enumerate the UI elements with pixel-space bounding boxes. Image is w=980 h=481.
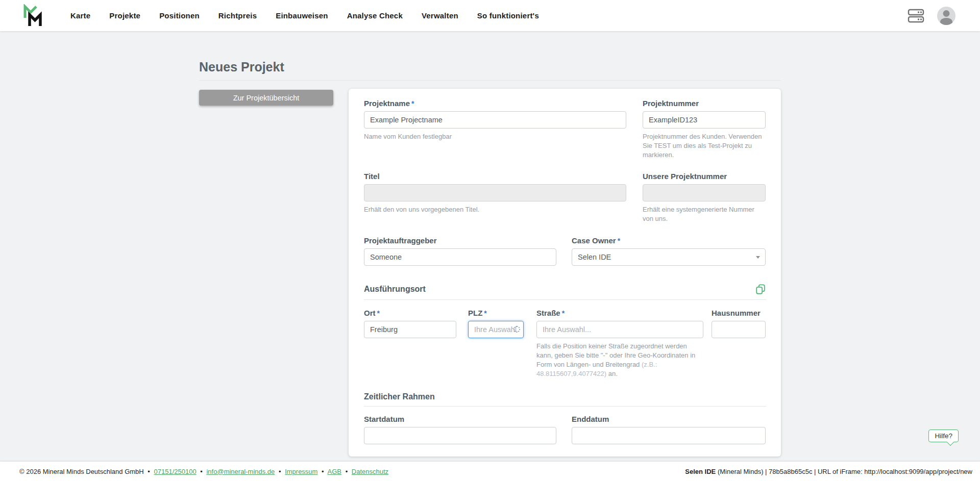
strasse-input[interactable]: [536, 321, 703, 338]
mineral-minds-logo-icon[interactable]: [22, 4, 44, 28]
footer-agb-link[interactable]: AGB: [328, 468, 341, 475]
required-asterisk: *: [562, 309, 565, 317]
help-bubble[interactable]: Hilfe?: [928, 429, 959, 442]
nav-item-karte[interactable]: Karte: [70, 11, 90, 20]
required-asterisk: *: [618, 237, 620, 245]
section-title-zeitlicher-rahmen: Zeitlicher Rahmen: [364, 392, 435, 401]
help-bubble-tail: [947, 439, 954, 446]
nav-item-einbauweisen[interactable]: Einbauweisen: [276, 11, 328, 20]
plz-label: PLZ*: [468, 309, 524, 318]
loading-spinner-icon: [513, 326, 520, 333]
nav-item-richtpreis[interactable]: Richtpreis: [218, 11, 257, 20]
footer-session-details: (Mineral Minds) | 78b5a8b65c5c | URL of …: [718, 468, 972, 475]
projektauftraggeber-input[interactable]: [364, 248, 556, 266]
case-owner-select[interactable]: Selen IDE: [572, 248, 766, 266]
titel-helper: Erhält den von uns vorgegebenen Titel.: [364, 205, 626, 214]
nav-item-positionen[interactable]: Positionen: [159, 11, 200, 20]
projektnummer-label: Projektnummer: [643, 99, 766, 108]
main-nav: Karte Projekte Positionen Richtpreis Ein…: [70, 11, 539, 20]
top-navigation-bar: Karte Projekte Positionen Richtpreis Ein…: [0, 0, 980, 31]
copy-icon: [755, 284, 766, 295]
footer-legal: © 2026 Mineral Minds Deutschland GmbH • …: [19, 468, 390, 475]
projektname-input[interactable]: [364, 111, 626, 129]
zur-projektuebersicht-button[interactable]: Zur Projektübersicht: [199, 90, 333, 106]
copy-location-button[interactable]: [755, 284, 766, 295]
strasse-label: Straße*: [536, 309, 703, 318]
nav-item-so-funktionierts[interactable]: So funktioniert's: [477, 11, 539, 20]
footer-copyright: © 2026 Mineral Minds Deutschland GmbH: [19, 468, 144, 475]
avatar-body-icon: [940, 18, 952, 25]
ort-input[interactable]: [364, 321, 456, 338]
unsere-projektnummer-helper: Erhält eine systemgenerierte Nummer von …: [643, 205, 766, 223]
section-title-ausfuehrungsort: Ausführungsort: [364, 285, 426, 294]
case-owner-selected-value: Selen IDE: [578, 253, 611, 261]
ort-label: Ort*: [364, 309, 456, 318]
strasse-helper: Falls die Position keiner Straße zugeord…: [536, 342, 703, 378]
projektnummer-helper: Projektnummer des Kunden. Verwenden Sie …: [643, 132, 766, 160]
footer-datenschutz-link[interactable]: Datenschutz: [352, 468, 388, 475]
new-project-form-card: Projektname* Name vom Kunden festlegbar …: [349, 89, 781, 457]
titel-input: [364, 184, 626, 201]
unsere-projektnummer-label: Unsere Projektnummer: [643, 172, 766, 181]
footer-phone-link[interactable]: 07151/250100: [154, 468, 197, 475]
required-asterisk: *: [484, 309, 486, 317]
hausnummer-label: Hausnummer: [712, 309, 766, 318]
case-owner-label: Case Owner*: [572, 236, 766, 245]
projektauftraggeber-label: Projektauftraggeber: [364, 236, 556, 245]
footer-user-name: Selen IDE: [685, 468, 716, 475]
page-title: Neues Projekt: [199, 60, 781, 81]
footer-impressum-link[interactable]: Impressum: [285, 468, 317, 475]
unsere-projektnummer-input: [643, 184, 766, 201]
enddatum-input[interactable]: [572, 427, 766, 444]
hausnummer-input[interactable]: [712, 321, 766, 338]
nav-item-projekte[interactable]: Projekte: [109, 11, 140, 20]
nav-item-analyse-check[interactable]: Analyse Check: [347, 11, 403, 20]
projektnummer-input[interactable]: [643, 111, 766, 129]
chevron-down-icon: [756, 256, 760, 259]
startdatum-label: Startdatum: [364, 415, 556, 424]
user-avatar[interactable]: [937, 7, 955, 25]
titel-label: Titel: [364, 172, 626, 181]
page-content: Neues Projekt Zur Projektübersicht Proje…: [199, 31, 781, 476]
required-asterisk: *: [411, 99, 414, 108]
nav-item-verwalten[interactable]: Verwalten: [422, 11, 458, 20]
footer-bar: © 2026 Mineral Minds Deutschland GmbH • …: [0, 462, 980, 481]
footer-email-link[interactable]: info@mineral-minds.de: [206, 468, 275, 475]
projektname-label: Projektname*: [364, 99, 626, 108]
required-asterisk: *: [377, 309, 380, 317]
projektname-helper: Name vom Kunden festlegbar: [364, 132, 626, 141]
avatar-head-icon: [943, 10, 950, 17]
startdatum-input[interactable]: [364, 427, 556, 444]
server-stack-icon[interactable]: [908, 9, 925, 23]
enddatum-label: Enddatum: [572, 415, 766, 424]
footer-session-info: Selen IDE (Mineral Minds) | 78b5a8b65c5c…: [685, 468, 972, 475]
